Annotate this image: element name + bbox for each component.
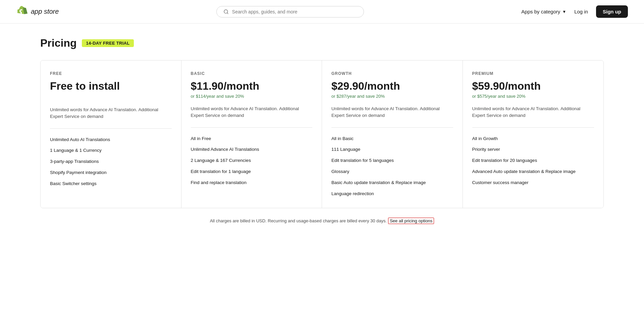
feature-item: Advanced Auto update translation & Repla… bbox=[472, 169, 594, 175]
feature-item: All in Growth bbox=[472, 136, 594, 142]
feature-item: 3-party-app Translations bbox=[50, 159, 172, 165]
feature-item: 2 Language & 167 Currencies bbox=[191, 158, 313, 164]
feature-item: 1 Language & 1 Currency bbox=[50, 147, 172, 154]
card-features: All in FreeUnlimited Advance AI Translat… bbox=[191, 136, 313, 186]
pricing-card-free: FREE Free to install Unlimited words for… bbox=[41, 60, 181, 208]
card-tier: FREE bbox=[50, 71, 172, 76]
feature-item: Unlimited Advance AI Translations bbox=[191, 146, 313, 153]
card-price: $11.90/month bbox=[191, 80, 313, 92]
pricing-card-premium: PREMIUM $59.90/month or $575/year and sa… bbox=[463, 60, 604, 208]
card-features: All in Basic111 LanguageEdit translation… bbox=[331, 136, 453, 197]
footer-note: All charges are billed in USD. Recurring… bbox=[40, 218, 604, 224]
card-price: $59.90/month bbox=[472, 80, 594, 92]
pricing-card-basic: BASIC $11.90/month or $114/year and save… bbox=[181, 60, 322, 208]
pricing-card-growth: GROWTH $29.90/month or $287/year and sav… bbox=[322, 60, 463, 208]
login-button[interactable]: Log in bbox=[574, 9, 588, 14]
see-all-pricing-button[interactable]: See all pricing options bbox=[388, 218, 434, 224]
card-price: Free to install bbox=[50, 80, 172, 92]
feature-item: Shopify Payment integration bbox=[50, 170, 172, 176]
card-yearly: or $575/year and save 20% bbox=[472, 94, 594, 99]
card-divider bbox=[472, 127, 594, 128]
card-features: All in GrowthPriority serverEdit transla… bbox=[472, 136, 594, 186]
apps-by-category-menu[interactable]: Apps by category ▼ bbox=[521, 9, 566, 14]
card-tier: BASIC bbox=[191, 71, 313, 76]
logo-area: app store bbox=[16, 6, 59, 18]
feature-item: Priority server bbox=[472, 146, 594, 153]
card-divider bbox=[331, 127, 453, 128]
header: app store Apps by category ▼ Log in Sign… bbox=[0, 0, 644, 24]
pricing-cards-container: FREE Free to install Unlimited words for… bbox=[40, 60, 604, 208]
free-trial-badge: 14-DAY FREE TRIAL bbox=[82, 39, 133, 47]
card-divider bbox=[50, 128, 172, 129]
pricing-header: Pricing 14-DAY FREE TRIAL bbox=[40, 37, 604, 49]
feature-item: Basic Switcher settings bbox=[50, 181, 172, 187]
feature-item: Basic Auto update translation & Replace … bbox=[331, 180, 453, 186]
feature-item: Edit translation for 5 languages bbox=[331, 158, 453, 164]
card-features: Unlimited Auto AI Translations1 Language… bbox=[50, 137, 172, 187]
feature-item: Glossary bbox=[331, 169, 453, 175]
card-yearly: or $287/year and save 20% bbox=[331, 94, 453, 99]
card-description: Unlimited words for Advance AI Translati… bbox=[331, 105, 453, 119]
footer-note-text: All charges are billed in USD. Recurring… bbox=[210, 218, 387, 223]
feature-item: Unlimited Auto AI Translations bbox=[50, 137, 172, 143]
card-price: $29.90/month bbox=[331, 80, 453, 92]
logo-text-content: app store bbox=[31, 8, 59, 15]
card-tier: GROWTH bbox=[331, 71, 453, 76]
signup-button[interactable]: Sign up bbox=[596, 5, 628, 18]
card-description: Unlimited words for Advance AI Translati… bbox=[191, 105, 313, 119]
card-description: Unlimited words for Advance AI Translati… bbox=[472, 105, 594, 119]
search-bar[interactable] bbox=[216, 6, 364, 17]
logo-text: app store bbox=[31, 8, 59, 15]
chevron-down-icon: ▼ bbox=[562, 9, 566, 14]
feature-item: All in Free bbox=[191, 136, 313, 142]
feature-item: Customer success manager bbox=[472, 180, 594, 186]
feature-item: 111 Language bbox=[331, 146, 453, 153]
card-divider bbox=[191, 127, 313, 128]
shopify-logo-icon bbox=[16, 6, 28, 18]
feature-item: All in Basic bbox=[331, 136, 453, 142]
main-content: Pricing 14-DAY FREE TRIAL FREE Free to i… bbox=[0, 24, 644, 244]
feature-item: Find and replace translation bbox=[191, 180, 313, 186]
card-description: Unlimited words for Advance AI Translati… bbox=[50, 106, 172, 120]
search-input[interactable] bbox=[232, 9, 357, 14]
nav-right: Apps by category ▼ Log in Sign up bbox=[521, 5, 628, 18]
card-yearly: or $114/year and save 20% bbox=[191, 94, 313, 99]
feature-item: Language redirection bbox=[331, 191, 453, 197]
apps-by-category-label: Apps by category bbox=[521, 9, 560, 14]
feature-item: Edit translation for 20 languages bbox=[472, 158, 594, 164]
pricing-title: Pricing bbox=[40, 37, 76, 49]
search-icon bbox=[223, 9, 229, 14]
svg-line-1 bbox=[227, 13, 228, 14]
feature-item: Edit translation for 1 language bbox=[191, 169, 313, 175]
card-tier: PREMIUM bbox=[472, 71, 594, 76]
